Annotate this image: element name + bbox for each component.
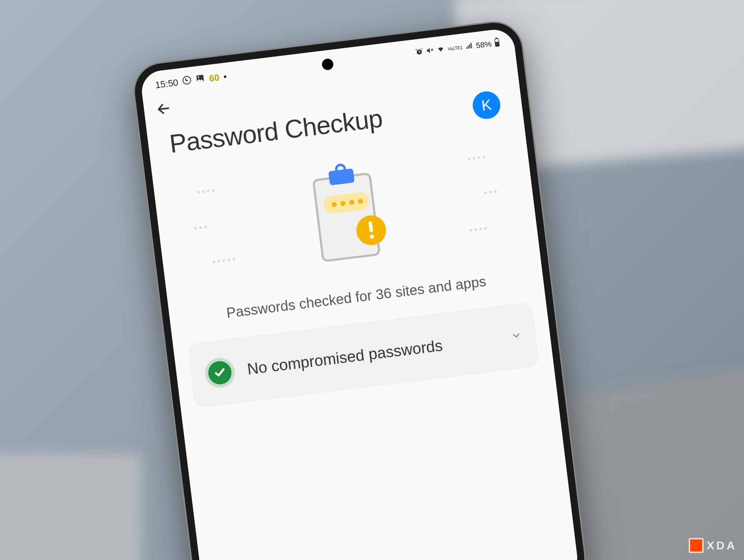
svg-point-16: [336, 164, 345, 174]
svg-rect-6: [466, 47, 467, 49]
signal-icon: [465, 41, 474, 52]
battery-percent: 58%: [475, 39, 492, 50]
alarm-icon: [415, 47, 424, 58]
chevron-down-icon: [510, 329, 522, 343]
wifi-icon: [436, 45, 446, 56]
xda-logo-icon: [689, 538, 704, 553]
svg-rect-11: [496, 38, 497, 39]
svg-rect-7: [468, 45, 469, 49]
xda-watermark: XDA: [689, 538, 737, 553]
battery-icon: [494, 37, 501, 49]
whatsapp-icon: [182, 75, 192, 87]
status-fps: 60: [208, 72, 220, 84]
clipboard-icon: [301, 158, 391, 273]
svg-point-0: [182, 75, 191, 84]
phone-frame: 15:50 60 • VoLTE1 58%: [132, 19, 588, 560]
svg-rect-15: [328, 168, 355, 185]
status-time: 15:50: [154, 77, 179, 91]
gallery-icon: [195, 73, 206, 86]
result-label: No compromised passwords: [246, 329, 500, 378]
watermark-text: XDA: [706, 539, 737, 552]
check-circle-icon: [203, 356, 237, 389]
status-dot: •: [223, 71, 227, 82]
svg-rect-8: [469, 44, 470, 48]
svg-rect-9: [470, 43, 472, 48]
account-avatar[interactable]: K: [471, 90, 502, 120]
svg-rect-12: [495, 42, 499, 46]
mute-icon: [425, 46, 434, 57]
back-button[interactable]: [154, 99, 174, 119]
volte-indicator: VoLTE1: [448, 45, 463, 51]
